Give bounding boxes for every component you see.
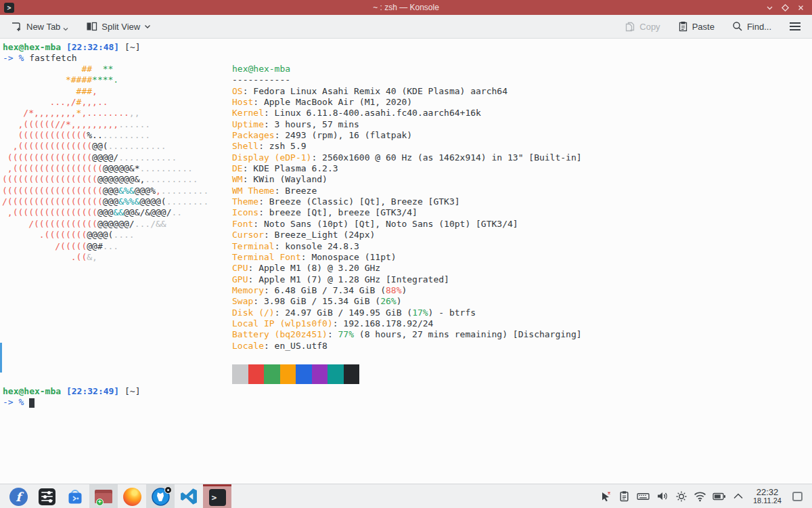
fastfetch-logo: ## ** *####****. ###, ...,/#,,,.. /*,,,,… [2,64,208,263]
brightness-icon[interactable] [673,488,690,505]
launcher-system-settings[interactable] [32,484,61,508]
clock-time: 22:32 [753,488,782,497]
search-icon [732,21,743,32]
wifi-icon[interactable] [692,488,708,505]
terminal-color-palette [232,364,359,384]
palette-block [232,364,248,384]
minimize-button[interactable] [765,3,774,12]
palette-block [344,364,360,384]
notification-badge-icon [164,486,172,494]
task-konsole-active[interactable]: > [203,484,231,508]
copy-button[interactable]: Copy [621,18,664,35]
paste-button[interactable]: Paste [674,18,719,35]
paste-label: Paste [692,22,715,32]
keyboard-icon[interactable] [635,488,652,505]
output-indicator [0,343,2,373]
split-view-label: Split View [102,22,140,32]
new-tab-icon [11,21,22,32]
find-button[interactable]: Find... [728,18,775,35]
fastfetch-info: hex@hex-mba-----------OS: Fedora Linux A… [232,64,582,352]
close-button[interactable] [796,3,805,12]
new-tab-button[interactable]: New Tab [7,18,72,35]
split-view-button[interactable]: Split View [82,18,155,35]
prompt-block-1: hex@hex-mba [22:32:48] [~]-> % fastfetch [3,42,141,64]
battery-icon[interactable] [711,488,727,505]
prompt-block-2: hex@hex-mba [22:32:49] [~]-> % [3,386,141,408]
konsole-icon: > [209,489,226,506]
copy-label: Copy [639,22,660,32]
fedora-logo-icon: f [9,488,28,506]
task-manager: f + [4,484,231,508]
web-browser-icon [152,488,170,506]
chevron-down-icon [144,24,151,29]
clipboard-icon[interactable] [616,488,633,505]
palette-block [264,364,280,384]
launcher-fedora-menu[interactable]: f [4,484,32,508]
volume-icon[interactable] [654,488,671,505]
maximize-button[interactable] [781,3,790,12]
launcher-firefox[interactable] [118,484,146,508]
expand-tray-icon[interactable] [730,488,746,505]
new-tab-label: New Tab [26,22,60,32]
window-title: ~ : zsh — Konsole [0,3,812,12]
firefox-icon [123,488,141,506]
titlebar[interactable]: > ~ : zsh — Konsole [0,0,812,15]
konsole-window: > ~ : zsh — Konsole New Tab Split View [0,0,812,508]
launcher-discover[interactable] [61,484,89,508]
vscode-icon [180,488,198,505]
copy-icon [625,21,635,32]
find-label: Find... [747,22,771,32]
split-view-icon [86,21,97,32]
system-tray: 22:32 18.11.24 [597,488,808,505]
hamburger-icon [789,22,801,31]
clock-date: 18.11.24 [753,497,782,505]
digital-clock[interactable]: 22:32 18.11.24 [753,488,782,505]
task-dolphin[interactable]: + [89,484,118,508]
paste-icon [678,21,688,32]
palette-block [248,364,265,384]
taskbar: f + [0,484,812,508]
konsole-app-icon: > [4,3,14,13]
show-desktop-button[interactable] [792,492,803,501]
launcher-vscode[interactable] [175,484,203,508]
system-settings-icon [39,488,55,505]
palette-block [328,364,344,384]
pointer-input-icon[interactable] [597,488,614,505]
menu-button[interactable] [785,19,805,34]
terminal-area[interactable]: hex@hex-mba [22:32:48] [~]-> % fastfetch… [0,39,812,484]
palette-block [312,364,328,384]
palette-block [280,364,296,384]
task-web-browser[interactable] [146,484,175,508]
dolphin-folder-icon: + [95,490,112,503]
discover-bag-icon [66,488,84,505]
palette-block [296,364,312,384]
toolbar: New Tab Split View Copy Paste Find... [0,15,812,39]
chevron-down-icon [63,27,68,31]
